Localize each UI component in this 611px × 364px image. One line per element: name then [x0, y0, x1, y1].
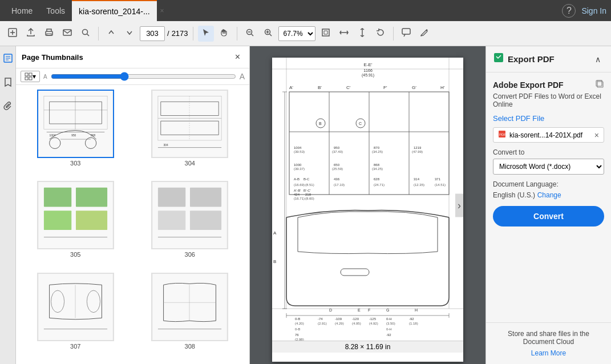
svg-rect-48: [158, 211, 185, 230]
right-panel-header: Export PDF ∧: [486, 46, 611, 72]
file-chip: PDF kia-sorent...14-201X.pdf ×: [493, 127, 604, 143]
page-total: 2173: [172, 29, 188, 38]
thumbnail-image-305: [37, 181, 114, 249]
thumbnail-label-307: 307: [70, 343, 80, 350]
fit-height-button[interactable]: [354, 26, 370, 42]
top-bar: Home Tools kia-sorento_2014-... × ? Sign…: [0, 0, 611, 21]
svg-text:(47.99): (47.99): [412, 150, 423, 153]
separator-3: [237, 27, 237, 41]
chevron-down-icon: ▾: [33, 72, 36, 80]
sidebar-attachments-icon[interactable]: [1, 99, 15, 116]
svg-text:A-B: A-B: [294, 177, 300, 181]
svg-text:E-E': E-E': [364, 62, 373, 67]
search-icon: [81, 28, 90, 39]
file-remove-button[interactable]: ×: [594, 131, 599, 140]
svg-rect-13: [322, 29, 329, 36]
thumbnails-panel: Page Thumbnails × ▾ A A: [16, 46, 250, 364]
rotate-button[interactable]: [373, 26, 389, 42]
thumbnail-item-303[interactable]: 1004 950 868 303: [21, 90, 131, 176]
fit-width-button[interactable]: [336, 26, 352, 42]
svg-text:(45.91): (45.91): [362, 73, 374, 78]
thumbnail-view-button[interactable]: ▾: [21, 71, 40, 82]
collapse-icon: ∧: [595, 55, 601, 64]
sidebar-pages-icon[interactable]: [1, 51, 15, 68]
upload-icon: [26, 28, 35, 39]
svg-rect-19: [25, 73, 28, 76]
sidebar-bookmarks-icon[interactable]: [1, 75, 15, 92]
svg-text:314: 314: [414, 177, 420, 181]
svg-rect-20: [29, 73, 32, 76]
signin-button[interactable]: Sign In: [581, 6, 606, 15]
search-button[interactable]: [78, 26, 94, 42]
sidebar-icons: [0, 46, 16, 364]
comment-button[interactable]: [398, 26, 414, 42]
tab-tools-label: Tools: [46, 6, 65, 15]
thumbnail-item-308[interactable]: 308: [135, 273, 245, 359]
svg-text:-109: -109: [335, 317, 342, 321]
svg-text:(39.37): (39.37): [294, 167, 305, 171]
fit-page-button[interactable]: [318, 26, 334, 42]
svg-text:(8.60): (8.60): [305, 197, 314, 200]
select-pdf-link[interactable]: Select PDF File: [493, 114, 604, 123]
svg-text:B'-C': B'-C': [304, 189, 311, 192]
file-name: kia-sorent...14-201X.pdf: [509, 131, 582, 139]
svg-rect-22: [29, 77, 32, 80]
nav-next-button[interactable]: ›: [455, 193, 463, 217]
tab-home[interactable]: Home: [5, 0, 39, 21]
email-button[interactable]: [59, 26, 75, 42]
svg-rect-3: [63, 30, 71, 35]
hand-tool-button[interactable]: [216, 26, 232, 42]
svg-text:F: F: [368, 308, 370, 312]
svg-text:C: C: [359, 122, 362, 126]
svg-text:B: B: [273, 259, 276, 264]
thumbnail-label-303: 303: [70, 160, 80, 167]
convert-button[interactable]: Convert: [493, 206, 604, 227]
svg-text:1004: 1004: [294, 146, 302, 149]
tab-file[interactable]: kia-sorento_2014-...: [72, 0, 157, 21]
draw-button[interactable]: [416, 26, 432, 42]
zoom-select[interactable]: 67.7% 50% 75% 100% 125% 150%: [278, 26, 315, 41]
right-panel-collapse-button[interactable]: ∧: [592, 52, 604, 66]
convert-format-select[interactable]: Microsoft Word (*.docx) Microsoft Excel …: [493, 159, 604, 175]
svg-text:B': B': [318, 85, 322, 90]
svg-text:PDF: PDF: [499, 133, 506, 136]
thumbnail-item-307[interactable]: 307: [21, 273, 131, 359]
next-page-button[interactable]: [122, 26, 137, 42]
adobe-export-section: Adobe Export PDF Convert PDF Files to Wo…: [486, 72, 611, 233]
svg-text:(24.71): (24.71): [374, 183, 385, 187]
thumbnail-item-305[interactable]: 305: [21, 181, 131, 268]
svg-text:B: B: [319, 122, 322, 126]
document-language-value-row: English (U.S.) Change: [493, 191, 604, 199]
tab-tools[interactable]: Tools: [39, 0, 72, 21]
thumbnail-item-306[interactable]: 306: [135, 181, 245, 268]
prev-page-icon: [107, 28, 116, 39]
zoom-in-button[interactable]: [260, 26, 276, 42]
select-tool-button[interactable]: [198, 26, 214, 42]
nav-right-icon: ›: [458, 199, 461, 211]
separator-4: [393, 27, 394, 41]
print-icon: [44, 28, 54, 39]
svg-text:(25.59): (25.59): [332, 167, 343, 171]
pdf-scroll-area[interactable]: ‹ E-E' 1166 (45.91): [250, 46, 485, 364]
svg-text:(4.20): (4.20): [295, 322, 304, 325]
learn-more-link[interactable]: Learn More: [493, 349, 604, 357]
upload-button[interactable]: [23, 26, 39, 42]
svg-text:G: G: [386, 308, 389, 312]
svg-text:A: A: [273, 230, 277, 236]
tab-close-button[interactable]: ×: [160, 7, 164, 15]
create-button[interactable]: [5, 26, 21, 42]
svg-text:-92: -92: [386, 333, 391, 337]
page-number-input[interactable]: [140, 26, 165, 41]
svg-text:424: 424: [294, 193, 300, 196]
thumbnails-close-button[interactable]: ×: [232, 51, 244, 63]
change-language-link[interactable]: Change: [537, 191, 561, 199]
print-button[interactable]: [41, 26, 57, 42]
zoom-out-button[interactable]: [242, 26, 258, 42]
thumbnail-size-slider[interactable]: [51, 72, 236, 81]
svg-rect-47: [190, 188, 221, 207]
help-button[interactable]: ?: [562, 4, 576, 18]
prev-page-button[interactable]: [103, 26, 119, 42]
thumbnail-item-304[interactable]: 304 304: [135, 90, 245, 176]
svg-text:A': A': [289, 85, 293, 90]
svg-rect-21: [25, 77, 28, 80]
